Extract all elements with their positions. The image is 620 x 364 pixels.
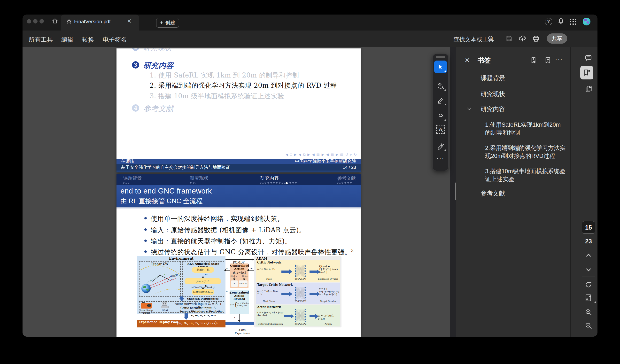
star-icon[interactable]	[66, 18, 72, 25]
nav-dots-1	[123, 181, 130, 185]
fill-sign-tool-button[interactable]	[434, 139, 447, 152]
help-icon[interactable]: ?	[545, 18, 552, 25]
target-critic-nn-diagram	[293, 286, 308, 301]
fit-page-icon[interactable]	[582, 293, 595, 302]
bullet-dot	[144, 240, 147, 242]
linear-cw-box: Linear CW z x y	[139, 261, 181, 297]
current-page-input[interactable]: 15	[582, 221, 595, 234]
arrow	[284, 315, 291, 317]
share-button[interactable]: 共享	[547, 33, 567, 44]
page14-prev-section-sliver: 2 研究现状	[116, 48, 361, 52]
r-label: r	[234, 316, 235, 319]
arrow-update-to-next	[203, 285, 203, 288]
draw-tool-button[interactable]	[434, 109, 447, 122]
menu-convert[interactable]: 转换	[82, 36, 94, 44]
bookmark-from-selection-icon[interactable]	[530, 56, 538, 64]
slide-nav-strip: 课题背景 研究现状 研究内容 参考文献	[116, 174, 361, 185]
arrow-state-to-update	[203, 273, 203, 277]
unknown-disturbance-arrow	[180, 296, 183, 298]
panel-more-icon[interactable]: ···	[555, 55, 563, 63]
slide-page-indicator: 14 / 23	[343, 164, 356, 172]
bullet-dot	[144, 228, 147, 231]
previous-page-icon[interactable]	[582, 251, 595, 259]
section-4-title: 参考文献	[143, 104, 173, 114]
bookmarks-panel-icon-active[interactable]	[580, 66, 593, 79]
panel-title: 书签	[478, 56, 491, 65]
create-button[interactable]: + 创建	[156, 18, 179, 28]
total-pages-label: 23	[582, 238, 595, 245]
arrow	[281, 293, 289, 295]
target-critic-network-box: Target Critic Network Sₜ₊₁ᵗᵃ = [pₜ₊₁; vₜ…	[256, 283, 340, 304]
bookmark-item-references[interactable]: 参考文献	[481, 189, 505, 197]
reward-arrow	[225, 293, 230, 293]
slide-footer-titlebar: 基于安全强化学习的自主交会对接的制导方法与地面验证 14 / 23	[116, 164, 361, 172]
comments-panel-icon[interactable]	[582, 54, 595, 62]
panel-close-icon[interactable]: ✕	[465, 57, 470, 64]
bullet-3: 输出：直接的航天器控制指令 (如推力、力矩)。	[151, 237, 291, 245]
menu-edit[interactable]: 编辑	[61, 36, 73, 44]
plus-icon: +	[160, 19, 163, 26]
unknown-disturbances-label: Unknown Disturbances	[187, 297, 218, 300]
toc-item-3: 3. 搭建 10m 级半地面模拟系统验证上述实验	[150, 92, 284, 101]
zoom-out-icon[interactable]	[582, 322, 595, 330]
rotate-page-icon[interactable]	[582, 280, 595, 289]
gnc-framework-figure: Environment Linear CW z x y	[137, 256, 341, 337]
action-to-env-arrow	[226, 270, 230, 271]
tab-close-icon[interactable]: ✕	[127, 18, 132, 24]
bullet-dot	[144, 217, 147, 219]
avatar[interactable]	[583, 18, 590, 25]
highlight-tool-button[interactable]	[434, 94, 447, 106]
notifications-bell-icon[interactable]	[557, 17, 565, 25]
bookmarks-panel	[456, 47, 570, 337]
beamer-nav-symbols[interactable]: ◀ □ ▶ ◀ ⧉ ▶ ◀ ▤ ▶ ◀ ▥ ▶ ▤ ↺ ⌕ ↻	[281, 152, 357, 157]
next-page-icon[interactable]	[582, 266, 595, 274]
nav-section-3-current: 研究内容	[260, 175, 279, 182]
menu-all-tools[interactable]: 所有工具	[29, 36, 53, 44]
nav-dots-3	[260, 181, 298, 185]
svg-text:y: y	[150, 279, 152, 281]
bookmark-child-3[interactable]: 3.搭建10m级半地面模拟系统验证上述实验	[485, 167, 566, 183]
menu-esign[interactable]: 电子签名	[103, 36, 127, 44]
arrow	[281, 271, 289, 273]
arrow	[310, 293, 317, 295]
zoom-in-icon[interactable]	[582, 308, 595, 316]
chevron-down-icon[interactable]	[466, 106, 472, 112]
comment-tool-button[interactable]	[434, 79, 447, 92]
select-tool-button[interactable]	[434, 61, 447, 73]
sensors-sim-label: Sensors Disturbance Simulation	[173, 310, 223, 313]
palette-more-button[interactable]: ···	[436, 154, 445, 161]
transition-label: sₜ, oₜ, rₜ, sₜ₊₁, oₜ₊₁	[191, 314, 216, 317]
bookmark-item-content[interactable]: 研究内容	[481, 105, 505, 113]
slide-institute: 中国科学院微小卫星创新研究院	[295, 159, 356, 164]
toc-item-1: 1. 使用 SafeRL 实现 1km 到 20m 的制导和控制	[150, 71, 299, 80]
home-icon[interactable]	[52, 17, 58, 24]
constrained-action-reward-box: ConstrainedActionReward r = { rₜ, if 30<…	[230, 290, 249, 314]
apps-grid-icon[interactable]	[570, 19, 576, 25]
environment-title: Environment	[137, 257, 225, 260]
earth-icon	[141, 284, 151, 293]
slide-footer-title: 基于安全强化学习的自主交会对接的制导方法与地面验证	[121, 164, 230, 172]
actor-network-box: Actor Network Oₜᵈ = [pₜ; vₜ; v̇ₜ] + [Δpₜ…	[256, 305, 340, 326]
state-box: State， Sₜ	[192, 267, 214, 273]
palette-drag-handle[interactable]	[436, 56, 445, 58]
window-close-button[interactable]	[27, 19, 31, 24]
reward-to-pool-line	[239, 314, 240, 320]
bookmark-item-background[interactable]: 课题背景	[481, 74, 505, 82]
rk4-formula-box: yₜ₊₁ = yₜ + ⅙(k₁+2k₂+2k₃+k₄)	[185, 278, 221, 284]
add-bookmark-icon[interactable]	[544, 56, 552, 64]
critic-input-label: Critic network input: Sₜ	[173, 306, 223, 310]
bookmark-child-1[interactable]: 1.使用SafeRL实现1km到20m的制导和控制	[485, 121, 566, 136]
text-select-tool-button[interactable]: A	[436, 125, 445, 134]
bookmark-item-status[interactable]: 研究现状	[481, 90, 505, 98]
save-icon[interactable]	[505, 35, 513, 42]
search-icon[interactable]	[487, 35, 495, 42]
page-thumbnails-icon[interactable]	[582, 85, 595, 93]
print-icon[interactable]	[532, 35, 540, 43]
section-3-number: 3	[132, 61, 139, 69]
window-zoom-button[interactable]	[39, 19, 44, 24]
transition-arrow	[185, 313, 188, 317]
bookmark-child-2[interactable]: 2.采用端到端的强化学习方法实现20m到对接点的RVD过程	[485, 144, 566, 160]
svg-text:z: z	[160, 264, 162, 266]
cloud-upload-icon[interactable]	[518, 34, 527, 43]
window-minimize-button[interactable]	[33, 19, 38, 24]
